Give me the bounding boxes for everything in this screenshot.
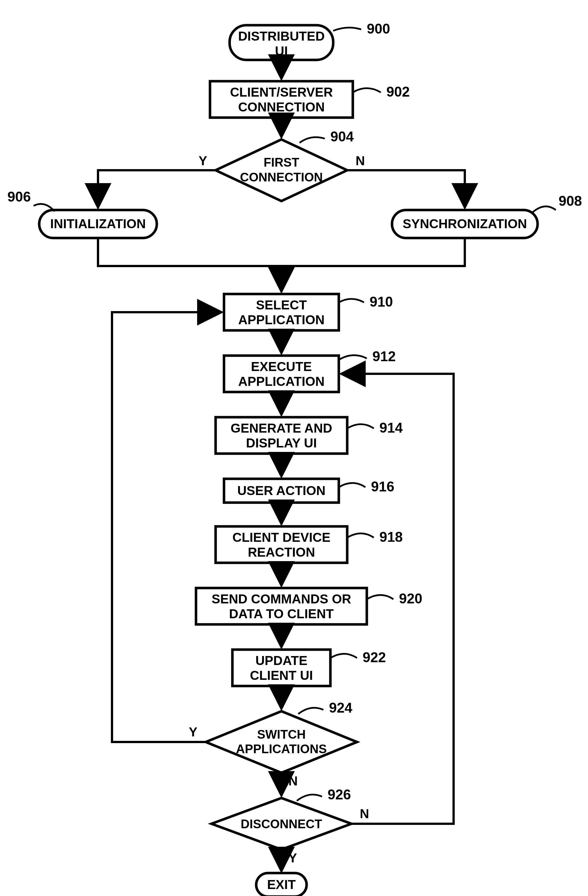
node-922-text2: CLIENT UI — [250, 668, 313, 683]
process-send-commands-or-data-to-client: SEND COMMANDS OR DATA TO CLIENT — [196, 588, 367, 625]
process-select-application: SELECT APPLICATION — [224, 294, 339, 331]
label-926-N: N — [360, 806, 369, 821]
node-906-text1: INITIALIZATION — [50, 216, 146, 231]
terminator-initialization: INITIALIZATION — [39, 210, 157, 238]
node-910-text1: SELECT — [256, 298, 306, 312]
ref-908: 908 — [559, 193, 582, 209]
node-900-text1: DISTRIBUTED — [238, 29, 324, 43]
ref-912: 912 — [372, 349, 396, 364]
node-914-text2: DISPLAY UI — [246, 436, 317, 450]
label-924-N: N — [288, 774, 298, 788]
line-908-merge — [282, 238, 465, 266]
process-generate-and-display-ui: GENERATE AND DISPLAY UI — [216, 417, 347, 454]
node-exit-text1: EXIT — [267, 877, 296, 892]
ref-914: 914 — [379, 420, 403, 436]
ref-926: 926 — [328, 787, 351, 803]
label-904-N: N — [356, 154, 365, 168]
process-client-server-connection: CLIENT/SERVER CONNECTION — [210, 81, 353, 117]
node-926-text1: DISCONNECT — [241, 817, 322, 831]
ref-906: 906 — [8, 189, 31, 205]
process-execute-application: EXECUTE APPLICATION — [224, 356, 339, 392]
ref-leader-904 — [300, 137, 325, 143]
ref-leader-902 — [353, 88, 381, 92]
ref-leader-914 — [347, 424, 374, 428]
ref-leader-918 — [347, 533, 374, 538]
node-904-text2: CONNECTION — [240, 170, 323, 184]
ref-904: 904 — [331, 129, 354, 145]
line-906-merge — [98, 238, 282, 266]
ref-924: 924 — [329, 700, 352, 716]
ref-922: 922 — [363, 650, 386, 665]
node-920-text2: DATA TO CLIENT — [229, 606, 334, 621]
label-924-Y: Y — [189, 725, 197, 739]
node-920-text1: SEND COMMANDS OR — [212, 592, 351, 606]
node-902-text2: CONNECTION — [238, 100, 324, 114]
node-918-text1: CLIENT DEVICE — [232, 530, 331, 545]
ref-leader-920 — [367, 595, 393, 599]
ref-leader-908 — [532, 206, 556, 213]
ref-leader-912 — [339, 355, 367, 360]
decision-disconnect: DISCONNECT — [212, 798, 351, 850]
ref-916: 916 — [371, 479, 394, 494]
terminator-synchronization: SYNCHRONIZATION — [392, 210, 538, 238]
arrow-904-908 — [347, 170, 465, 207]
ref-918: 918 — [379, 529, 403, 545]
node-902-text1: CLIENT/SERVER — [230, 85, 333, 99]
ref-910: 910 — [370, 294, 393, 310]
ref-leader-922 — [331, 654, 357, 658]
node-908-text1: SYNCHRONIZATION — [403, 216, 527, 231]
node-900-text2: UI — [275, 44, 288, 58]
node-912-text1: EXECUTE — [251, 359, 312, 374]
ref-leader-910 — [339, 299, 364, 303]
process-client-device-reaction: CLIENT DEVICE REACTION — [216, 526, 347, 563]
label-926-Y: Y — [288, 851, 297, 865]
ref-leader-916 — [339, 483, 366, 487]
ref-leader-924 — [298, 708, 323, 714]
terminator-exit: EXIT — [256, 873, 306, 896]
node-904-text1: FIRST — [264, 155, 299, 169]
arrow-924-910-loop — [112, 312, 221, 742]
decision-switch-applications: SWITCH APPLICATIONS — [206, 711, 357, 773]
ref-900: 900 — [367, 21, 390, 37]
decision-first-connection: FIRST CONNECTION — [216, 139, 347, 201]
node-910-text2: APPLICATION — [238, 312, 324, 327]
ref-leader-900 — [333, 28, 361, 31]
node-918-text2: REACTION — [248, 545, 315, 559]
ref-902: 902 — [386, 84, 410, 100]
process-update-client-ui: UPDATE CLIENT UI — [232, 650, 331, 686]
node-912-text2: APPLICATION — [238, 374, 324, 389]
node-924-text1: SWITCH — [257, 727, 306, 741]
arrow-904-906 — [98, 170, 216, 207]
node-922-text1: UPDATE — [255, 653, 308, 668]
process-user-action: USER ACTION — [224, 479, 339, 503]
node-914-text1: GENERATE AND — [231, 421, 332, 436]
ref-920: 920 — [399, 591, 422, 606]
terminator-distributed-ui: DISTRIBUTED UI — [230, 25, 333, 60]
node-916-text1: USER ACTION — [237, 483, 325, 498]
node-924-text2: APPLICATIONS — [236, 742, 327, 756]
label-904-Y: Y — [198, 154, 207, 168]
ref-leader-926 — [297, 795, 322, 801]
